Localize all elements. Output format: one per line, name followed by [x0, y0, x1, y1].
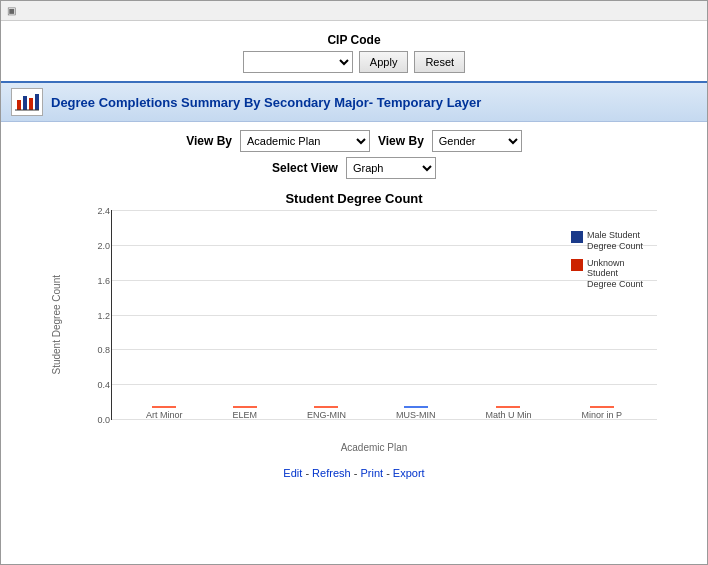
cip-row: Apply Reset — [243, 51, 465, 73]
reset-button[interactable]: Reset — [414, 51, 465, 73]
y-tick: 0.0 — [97, 415, 110, 425]
bar-math-u-min — [496, 406, 520, 408]
view-by2-select[interactable]: Gender Ethnicity Age — [432, 130, 522, 152]
bar-mus-min — [404, 406, 428, 408]
bar-group: Art Minor — [146, 406, 183, 420]
svg-rect-2 — [29, 98, 33, 110]
bar-eng-min — [314, 406, 338, 408]
chart-wrapper: Student Degree Count 2.4 2.0 1.6 1.2 — [21, 210, 687, 453]
view-by2-label: View By — [378, 134, 424, 148]
select-view-label: Select View — [272, 161, 338, 175]
separator1: - — [305, 467, 309, 479]
top-bar: ▣ — [1, 1, 707, 21]
window-icon: ▣ — [7, 5, 16, 16]
x-axis-label: Academic Plan — [61, 442, 687, 453]
export-link[interactable]: Export — [393, 467, 425, 479]
edit-link[interactable]: Edit — [283, 467, 302, 479]
bar-label: ENG-MIN — [307, 410, 346, 420]
bar-label: Art Minor — [146, 410, 183, 420]
y-tick: 2.0 — [97, 241, 110, 251]
view-by-row: View By Academic Plan Department College… — [186, 130, 522, 152]
y-tick: 0.4 — [97, 380, 110, 390]
y-tick: 1.2 — [97, 311, 110, 321]
bar-elem — [233, 406, 257, 408]
chart-container: 2.4 2.0 1.6 1.2 0.8 0.4 — [71, 210, 657, 440]
bar-group: ELEM — [232, 406, 257, 420]
select-view-row: Select View Graph Table — [272, 157, 436, 179]
chart-area: Student Degree Count 2.4 2.0 1.6 1.2 — [51, 210, 657, 440]
bar-group: MUS-MIN — [396, 406, 436, 420]
bar-group: Math U Min — [485, 406, 531, 420]
header-band: Degree Completions Summary By Secondary … — [1, 81, 707, 122]
legend-label-blue: Male Student Degree Count — [587, 230, 647, 252]
print-link[interactable]: Print — [360, 467, 383, 479]
svg-rect-3 — [35, 94, 39, 110]
bar-label: Math U Min — [485, 410, 531, 420]
cip-label: CIP Code — [327, 33, 380, 47]
separator3: - — [386, 467, 390, 479]
bar-label: ELEM — [232, 410, 257, 420]
controls-section: View By Academic Plan Department College… — [1, 122, 707, 183]
svg-rect-0 — [17, 100, 21, 110]
separator2: - — [354, 467, 358, 479]
y-tick: 0.8 — [97, 345, 110, 355]
header-icon — [11, 88, 43, 116]
y-tick: 1.6 — [97, 276, 110, 286]
chart-title: Student Degree Count — [1, 191, 707, 206]
apply-button[interactable]: Apply — [359, 51, 409, 73]
svg-rect-1 — [23, 96, 27, 110]
footer-links: Edit - Refresh - Print - Export — [1, 467, 707, 479]
legend-color-blue — [571, 231, 583, 243]
bar-group: Minor in P — [581, 406, 622, 420]
bar-label: Minor in P — [581, 410, 622, 420]
cip-select[interactable] — [243, 51, 353, 73]
legend-item-blue: Male Student Degree Count — [571, 230, 647, 252]
bar-art-minor — [152, 406, 176, 408]
view-by-label: View By — [186, 134, 232, 148]
cip-section: CIP Code Apply Reset — [1, 21, 707, 81]
refresh-link[interactable]: Refresh — [312, 467, 351, 479]
bar-minor-in-p — [590, 406, 614, 408]
legend: Male Student Degree Count Unknown Studen… — [571, 230, 647, 296]
header-title: Degree Completions Summary By Secondary … — [51, 95, 481, 110]
legend-item-red: Unknown Student Degree Count — [571, 258, 647, 290]
legend-label-red: Unknown Student Degree Count — [587, 258, 647, 290]
y-tick: 2.4 — [97, 206, 110, 216]
bar-group: ENG-MIN — [307, 406, 346, 420]
view-by-select[interactable]: Academic Plan Department College — [240, 130, 370, 152]
select-view-select[interactable]: Graph Table — [346, 157, 436, 179]
legend-color-red — [571, 259, 583, 271]
bar-label: MUS-MIN — [396, 410, 436, 420]
y-axis-label: Student Degree Count — [51, 275, 69, 375]
